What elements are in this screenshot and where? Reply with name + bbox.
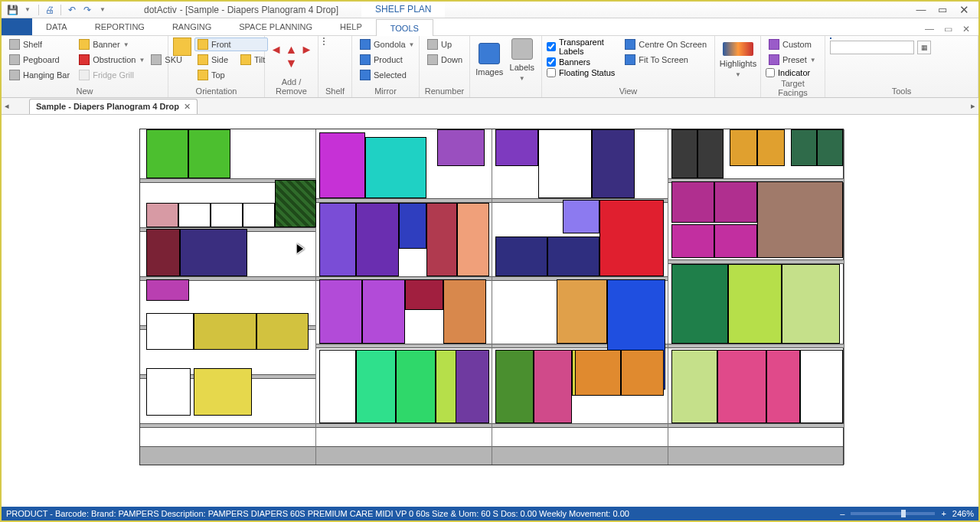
product[interactable] bbox=[495, 237, 547, 276]
context-tab-shelf-plan[interactable]: SHELF PLAN bbox=[361, 2, 445, 18]
floating-status-checkbox[interactable]: Floating Status bbox=[547, 68, 619, 77]
labels-button[interactable]: Labels▼ bbox=[508, 38, 537, 82]
bay[interactable] bbox=[668, 129, 844, 465]
product[interactable] bbox=[146, 229, 180, 276]
mirror-selected-button[interactable]: Selected bbox=[357, 68, 418, 82]
target-preset-button[interactable]: Preset▼ bbox=[766, 53, 819, 67]
tools-dropdown-icon[interactable]: ▦ bbox=[917, 41, 931, 54]
product[interactable] bbox=[534, 350, 572, 423]
product[interactable] bbox=[146, 368, 191, 416]
tab-help[interactable]: HELP bbox=[326, 18, 376, 35]
tab-scroll-left[interactable]: ◂ bbox=[2, 101, 12, 111]
planogram-canvas[interactable] bbox=[2, 115, 978, 507]
shelf-icon-2[interactable] bbox=[323, 41, 325, 42]
zoom-in-button[interactable]: + bbox=[941, 509, 946, 518]
product[interactable] bbox=[730, 129, 757, 166]
redo-icon[interactable]: ↷ bbox=[81, 4, 93, 16]
product[interactable] bbox=[592, 129, 635, 198]
product[interactable] bbox=[396, 350, 436, 423]
document-tab[interactable]: Sample - Diapers Planogram 4 Drop ✕ bbox=[29, 99, 198, 114]
product[interactable] bbox=[194, 313, 256, 350]
tools-icon[interactable] bbox=[830, 38, 831, 39]
bay[interactable] bbox=[492, 129, 668, 465]
product[interactable] bbox=[671, 181, 714, 223]
renumber-up-button[interactable]: Up bbox=[424, 38, 466, 51]
product[interactable] bbox=[319, 350, 356, 423]
product[interactable] bbox=[437, 129, 485, 166]
product[interactable] bbox=[782, 264, 840, 344]
product[interactable] bbox=[146, 203, 178, 227]
product[interactable] bbox=[791, 129, 817, 166]
tab-data[interactable]: DATA bbox=[32, 18, 81, 35]
undo-icon[interactable]: ↶ bbox=[66, 4, 78, 16]
tab-space-planning[interactable]: SPACE PLANNING bbox=[225, 18, 326, 35]
close-button[interactable]: ✕ bbox=[957, 3, 971, 17]
transparent-labels-checkbox[interactable]: Transparent Labels bbox=[547, 38, 619, 56]
save-icon[interactable]: 💾 bbox=[6, 4, 18, 16]
product[interactable] bbox=[800, 350, 843, 423]
fit-to-screen-button[interactable]: Fit To Screen bbox=[622, 53, 710, 67]
remove-down-icon[interactable]: ▼ bbox=[286, 58, 298, 69]
shelf[interactable] bbox=[140, 423, 315, 428]
highlights-button[interactable]: Highlights▼ bbox=[720, 38, 756, 82]
shelf-icon-3[interactable] bbox=[323, 44, 325, 45]
qat-dropdown-icon[interactable]: ▼ bbox=[21, 4, 34, 16]
product[interactable] bbox=[211, 203, 243, 227]
product[interactable] bbox=[717, 350, 766, 423]
add-right-icon[interactable]: ► bbox=[300, 44, 312, 55]
doc-restore-button[interactable]: ▭ bbox=[942, 23, 954, 35]
tools-search-input[interactable] bbox=[830, 41, 914, 54]
bay[interactable] bbox=[316, 129, 492, 465]
document-tab-close-icon[interactable]: ✕ bbox=[184, 102, 191, 112]
product[interactable] bbox=[671, 264, 728, 344]
tab-ranging[interactable]: RANGING bbox=[158, 18, 225, 35]
product[interactable] bbox=[356, 203, 399, 276]
product[interactable] bbox=[399, 203, 426, 249]
product[interactable] bbox=[146, 129, 188, 178]
banners-checkbox[interactable]: Banners bbox=[547, 57, 619, 67]
product[interactable] bbox=[365, 137, 426, 198]
product[interactable] bbox=[243, 203, 275, 227]
new-hanging-bar-button[interactable]: Hanging Bar bbox=[6, 68, 73, 82]
product[interactable] bbox=[714, 181, 757, 223]
product[interactable] bbox=[443, 279, 486, 344]
centre-on-screen-button[interactable]: Centre On Screen bbox=[622, 38, 710, 51]
zoom-slider[interactable] bbox=[851, 512, 935, 515]
product[interactable] bbox=[180, 229, 247, 276]
product[interactable] bbox=[817, 129, 843, 166]
product[interactable] bbox=[575, 350, 621, 396]
print-icon[interactable]: 🖨 bbox=[44, 4, 56, 16]
product[interactable] bbox=[563, 200, 599, 233]
doc-close-button[interactable]: ✕ bbox=[960, 23, 972, 35]
new-shelf-button[interactable]: Shelf bbox=[6, 38, 73, 51]
bay[interactable] bbox=[140, 129, 316, 465]
product[interactable] bbox=[178, 203, 211, 227]
shelf[interactable] bbox=[316, 423, 492, 428]
product[interactable] bbox=[319, 203, 356, 276]
product[interactable] bbox=[671, 224, 714, 258]
product[interactable] bbox=[557, 279, 607, 344]
mirror-product-button[interactable]: Product bbox=[357, 53, 418, 67]
product[interactable] bbox=[495, 350, 534, 423]
tab-reporting[interactable]: REPORTING bbox=[81, 18, 158, 35]
shelf[interactable] bbox=[668, 344, 844, 348]
images-button[interactable]: Images bbox=[475, 38, 505, 82]
product[interactable] bbox=[538, 129, 592, 198]
product[interactable] bbox=[275, 180, 316, 227]
product[interactable] bbox=[362, 279, 405, 344]
file-tab[interactable] bbox=[2, 18, 32, 35]
product[interactable] bbox=[319, 132, 365, 198]
orientation-front-button[interactable]: Front bbox=[194, 38, 268, 51]
product[interactable] bbox=[405, 279, 443, 310]
product[interactable] bbox=[766, 350, 800, 423]
product[interactable] bbox=[621, 350, 664, 396]
mirror-gondola-button[interactable]: Gondola▼ bbox=[357, 38, 418, 51]
product[interactable] bbox=[671, 350, 717, 423]
shelf-icon-1[interactable] bbox=[323, 38, 325, 39]
minimize-button[interactable]: — bbox=[914, 3, 928, 17]
product[interactable] bbox=[146, 313, 194, 350]
renumber-down-button[interactable]: Down bbox=[424, 53, 466, 67]
tab-tools[interactable]: TOOLS bbox=[376, 19, 433, 36]
product[interactable] bbox=[757, 129, 785, 166]
target-indicator-checkbox[interactable]: Indicator bbox=[766, 68, 819, 77]
